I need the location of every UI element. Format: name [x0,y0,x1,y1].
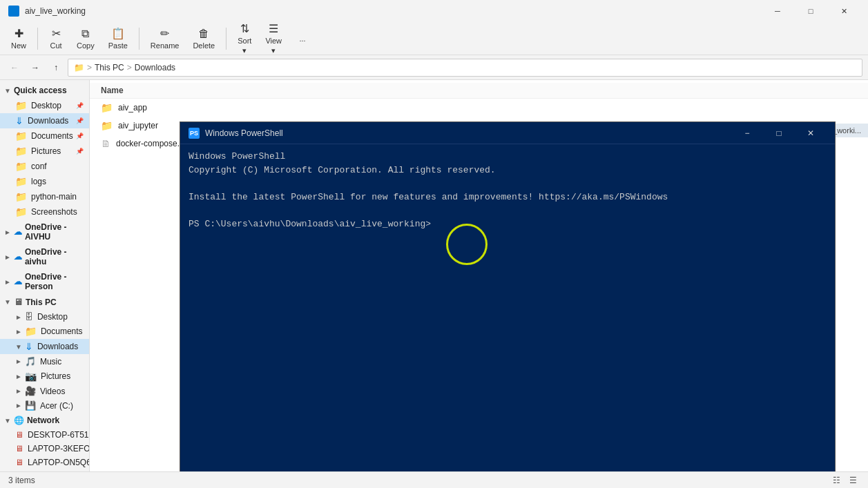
ps-line-5 [189,204,827,217]
addressbar: ← → ↑ 📁 > This PC > Downloads [0,55,868,80]
folder-icon: 📁 [15,130,27,141]
pin-icon: 📌 [76,102,84,109]
ps-line-2: Copyright (C) Microsoft Corporation. All… [189,164,827,177]
folder-icon: 📁 [25,326,37,337]
drive-icon: 💾 [25,400,36,411]
network-icon: 🌐 [14,416,24,425]
ps-minimize-button[interactable]: − [731,122,763,144]
delete-button[interactable]: 🗑 Delete [187,25,220,52]
downloads-icon: ⇓ [25,341,33,352]
sidebar-section-quick-access[interactable]: ▼ Quick access [0,83,89,98]
sidebar-item-label: python-main [31,192,77,202]
new-button[interactable]: ✚ New [6,24,32,52]
sidebar-item-music-pc[interactable]: ► 🎵 Music [0,354,89,369]
sidebar-item-desktop-6t51e[interactable]: 🖥 DESKTOP-6T51E [0,428,89,442]
sidebar-item-label: Desktop [31,101,61,110]
ps-maximize-button[interactable]: □ [763,122,795,144]
sidebar-item-screenshots[interactable]: 📁 Screenshots [0,204,89,219]
view-button[interactable]: ☰ View ▾ [260,19,287,58]
sidebar-section-this-pc[interactable]: ▼ 🖥 This PC [0,294,89,310]
downloads-folder-icon: ⇓ [15,115,23,126]
sidebar-item-label: OneDrive - AIVHU [25,222,85,242]
ps-line-3 [189,177,827,191]
app-title: aiv_live_working [25,6,762,16]
paste-button[interactable]: 📋 Paste [103,24,133,52]
quick-access-label: Quick access [14,86,67,95]
back-button[interactable]: ← [6,59,23,77]
sidebar-item-pictures-quick[interactable]: 📁 Pictures 📌 [0,144,89,159]
sidebar-item-downloads-quick[interactable]: ⇓ Downloads 📌 [0,113,89,128]
sidebar-item-laptop-3kefof[interactable]: 🖥 LAPTOP-3KEFOF [0,442,89,456]
ps-line-1: Windows PowerShell [189,150,827,164]
ps-close-button[interactable]: ✕ [795,122,827,144]
sidebar-item-downloads-pc[interactable]: ▼ ⇓ Downloads [0,339,89,354]
up-button[interactable]: ↑ [47,59,65,77]
sidebar-item-onedrive-aivhu2[interactable]: ► ☁ OneDrive - aivhu [0,244,89,269]
cut-button[interactable]: ✂ Cut [44,24,68,52]
paste-label: Paste [108,41,128,50]
details-view-button[interactable]: ☰ [846,474,860,487]
sidebar-item-pictures-pc[interactable]: ► 📷 Pictures [0,369,89,384]
sidebar-item-onedrive-aivhu[interactable]: ► ☁ OneDrive - AIVHU [0,219,89,244]
copy-label: Copy [77,41,95,50]
file-list-header: Name [90,83,868,99]
sep3 [226,28,226,50]
folder-icon: 📁 [15,176,27,187]
chevron-right-icon: ► [15,373,22,380]
minimize-button[interactable]: ─ [762,0,793,22]
breadcrumb-this-pc-label[interactable]: This PC [95,63,124,72]
breadcrumb[interactable]: 📁 > This PC > Downloads [68,59,862,77]
ps-body[interactable]: Windows PowerShell Copyright (C) Microso… [180,144,835,471]
desktop-icon: 🗄 [25,312,33,322]
this-pc-label: This PC [26,297,57,307]
more-button[interactable]: ... [290,32,315,46]
folder-icon: 📁 [15,191,27,202]
copy-button[interactable]: ⧉ Copy [71,25,100,52]
chevron-right-icon: ► [15,358,22,365]
sidebar-item-videos-pc[interactable]: ► 🎥 Videos [0,384,89,398]
sidebar-item-conf[interactable]: 📁 conf [0,159,89,174]
pin-icon: 📌 [76,133,84,139]
sort-button[interactable]: ⇅ Sort ▾ [232,19,257,58]
chevron-right-icon: ► [4,253,11,261]
sidebar-item-desktop-pc[interactable]: ► 🗄 Desktop [0,310,89,324]
sidebar-item-documents-pc[interactable]: ► 📁 Documents [0,324,89,339]
pin-icon: 📌 [76,148,84,155]
sidebar-item-documents-quick[interactable]: 📁 Documents 📌 [0,128,89,144]
pin-icon: 📌 [76,117,84,124]
ps-controls: − □ ✕ [731,122,827,144]
sort-label: Sort [238,37,251,45]
sidebar-item-acer-c[interactable]: ► 💾 Acer (C:) [0,398,89,413]
file-row-aiv-app[interactable]: 📁 aiv_app [90,99,868,117]
breadcrumb-this-pc[interactable]: 📁 [74,63,84,72]
folder-icon: 📁 [15,161,27,172]
toolbar-new-group: ✚ New [6,24,32,52]
sidebar-section-network[interactable]: ▼ 🌐 Network [0,413,89,428]
sort-dropdown-icon: ▾ [242,46,247,55]
rename-button[interactable]: ✏ Rename [145,24,185,52]
sidebar-item-desktop-quick[interactable]: 📁 Desktop 📌 [0,98,89,113]
breadcrumb-sep2: > [127,63,132,72]
sep1 [37,28,38,50]
sidebar-item-logs[interactable]: 📁 logs [0,174,89,189]
statusbar: 3 items ☷ ☰ [0,471,868,488]
view-icon: ☰ [269,22,278,35]
close-button[interactable]: ✕ [828,0,860,22]
pictures-icon: 📷 [25,371,37,382]
sidebar-item-label: conf [31,162,47,171]
sidebar-item-label: Downloads [37,342,78,351]
cloud-icon: ☁ [14,277,22,286]
sidebar-item-onedrive-person[interactable]: ► ☁ OneDrive - Person [0,269,89,294]
sidebar-item-label: logs [31,177,46,186]
chevron-right-icon: ► [15,387,22,395]
new-label: New [11,41,26,50]
sidebar-item-python-main[interactable]: 📁 python-main [0,189,89,204]
sidebar-item-laptop-on5q6i[interactable]: 🖥 LAPTOP-ON5Q6I [0,456,89,469]
breadcrumb-sep1: > [87,63,92,72]
maximize-button[interactable]: □ [795,0,827,22]
ps-line-6: PS C:\Users\aivhu\Downloads\aiv_live_wor… [189,217,827,231]
sidebar-item-label: Documents [31,131,73,141]
forward-button[interactable]: → [26,59,44,77]
breadcrumb-downloads[interactable]: Downloads [135,63,175,72]
list-view-button[interactable]: ☷ [829,474,843,487]
